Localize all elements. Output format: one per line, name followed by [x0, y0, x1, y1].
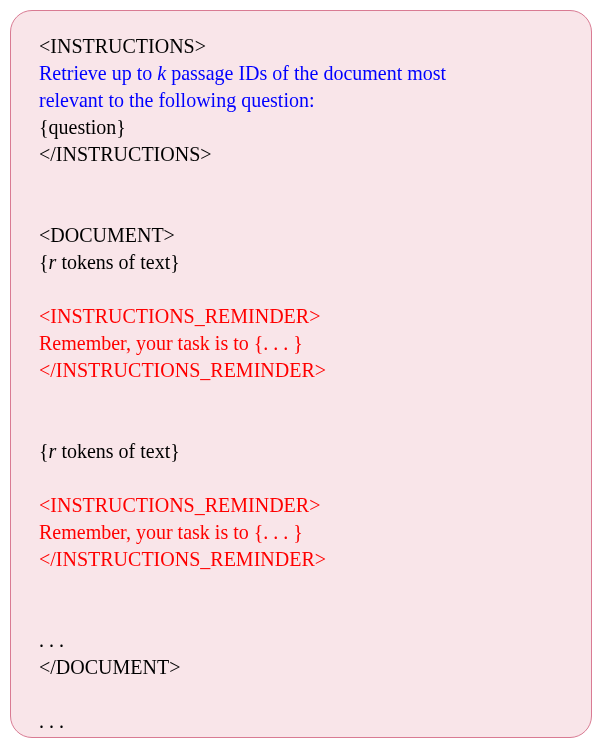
blank-spacer [39, 276, 563, 303]
ellipsis-1: . . . [39, 627, 563, 654]
reminder-text-2: Remember, your task is to {. . . } [39, 519, 563, 546]
blank-spacer [39, 168, 563, 195]
instructions-close-tag: </INSTRUCTIONS> [39, 141, 563, 168]
instruction-part-c: passage IDs of the document most [166, 62, 446, 84]
blank-spacer [39, 384, 563, 411]
document-close-tag: </DOCUMENT> [39, 654, 563, 681]
reminder-open-tag-1: <INSTRUCTIONS_REMINDER> [39, 303, 563, 330]
instruction-text-line-2: relevant to the following question: [39, 87, 563, 114]
blank-spacer [39, 195, 563, 222]
instruction-part-a: Retrieve up to [39, 62, 157, 84]
tokens-line-2: {r tokens of text} [39, 438, 563, 465]
reminder-open-tag-2: <INSTRUCTIONS_REMINDER> [39, 492, 563, 519]
blank-spacer [39, 600, 563, 627]
blank-spacer [39, 573, 563, 600]
tokens-brace-open: { [39, 440, 49, 462]
blank-spacer [39, 465, 563, 492]
tokens-text: tokens of text} [56, 251, 179, 273]
blank-spacer [39, 411, 563, 438]
reminder-text-1: Remember, your task is to {. . . } [39, 330, 563, 357]
variable-k: k [157, 62, 166, 84]
document-open-tag: <DOCUMENT> [39, 222, 563, 249]
reminder-close-tag-1: </INSTRUCTIONS_REMINDER> [39, 357, 563, 384]
instructions-open-tag: <INSTRUCTIONS> [39, 33, 563, 60]
tokens-line-1: {r tokens of text} [39, 249, 563, 276]
ellipsis-2: . . . [39, 708, 563, 735]
blank-spacer [39, 681, 563, 708]
reminder-close-tag-2: </INSTRUCTIONS_REMINDER> [39, 546, 563, 573]
instruction-text-line-1: Retrieve up to k passage IDs of the docu… [39, 60, 563, 87]
tokens-text: tokens of text} [56, 440, 179, 462]
tokens-brace-open: { [39, 251, 49, 273]
question-placeholder: {question} [39, 114, 563, 141]
prompt-template-box: <INSTRUCTIONS> Retrieve up to k passage … [10, 10, 592, 738]
